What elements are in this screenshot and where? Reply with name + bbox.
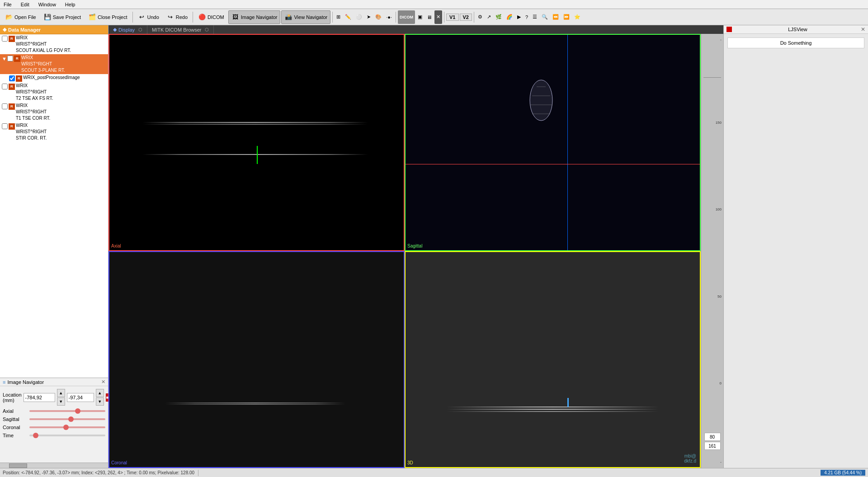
tree-checkbox-1[interactable] bbox=[2, 36, 8, 42]
menu-edit[interactable]: Edit bbox=[19, 1, 31, 8]
tree-expand-2[interactable]: ▼ bbox=[2, 56, 6, 62]
axial-content bbox=[109, 35, 404, 250]
tree-checkbox-4[interactable] bbox=[2, 84, 8, 89]
tree-item-4-l2: WRIST^RIGHT bbox=[16, 89, 53, 95]
extra-tool-6[interactable]: ? bbox=[524, 10, 530, 24]
box-tool[interactable]: ▣ bbox=[416, 10, 424, 24]
display-tab[interactable]: ◆ Display ⬡ bbox=[108, 25, 147, 34]
statusbar: Position: <-784.92, -97.36, -3.07> mm; I… bbox=[0, 468, 868, 477]
tree-area[interactable]: R WRIX WRIST^RIGHT SCOUT AXIAL LG FOV RT… bbox=[0, 34, 108, 378]
scroll-input-80[interactable] bbox=[704, 433, 721, 441]
tree-item-1[interactable]: R WRIX WRIST^RIGHT SCOUT AXIAL LG FOV RT… bbox=[0, 34, 108, 54]
extra-tool-11[interactable]: ⭐ bbox=[572, 10, 582, 24]
tree-checkbox-5[interactable] bbox=[2, 103, 8, 109]
v2-button[interactable]: V2 bbox=[460, 14, 472, 21]
axial-label: Axial bbox=[111, 243, 121, 248]
tree-icon-6: R bbox=[9, 123, 15, 130]
axial-slider[interactable] bbox=[29, 410, 105, 412]
dot-tool-button[interactable]: ·●· bbox=[384, 10, 394, 24]
ljsview-close[interactable]: ✕ bbox=[861, 26, 865, 33]
x-icon: ✕ bbox=[436, 14, 440, 20]
ljsview-red-indicator bbox=[726, 27, 732, 32]
dicom-sq-button[interactable]: DICOM bbox=[398, 10, 415, 24]
extra-tool-8[interactable]: 🔍 bbox=[540, 10, 550, 24]
tree-icon-2: R bbox=[14, 56, 20, 62]
vertical-scrollbar-area[interactable]: - 150 100 50 0 - bbox=[701, 34, 723, 468]
location-x-down[interactable]: ▼ bbox=[57, 398, 65, 406]
extra-tool-7[interactable]: ☰ bbox=[531, 10, 539, 24]
location-y-up[interactable]: ▲ bbox=[96, 389, 104, 397]
scroll-input-161[interactable] bbox=[704, 442, 721, 450]
undo-button[interactable]: ↩ Undo bbox=[135, 10, 162, 24]
extra-tool-4[interactable]: 🌈 bbox=[505, 10, 514, 24]
tree-item-5[interactable]: R WRIX WRIST^RIGHT T1 TSE COR RT. bbox=[0, 102, 108, 122]
nav-scroll-thumb[interactable] bbox=[9, 463, 27, 468]
cursor-tool-button[interactable]: ✏️ bbox=[343, 10, 353, 24]
extra-tool-5[interactable]: ▶ bbox=[515, 10, 523, 24]
tree-item-3[interactable]: R WRIX_postProcessedImage bbox=[0, 74, 108, 82]
tree-item-2[interactable]: ▼ R WRIX WRIST^RIGHT SCOUT 3-PLANE RT. bbox=[0, 54, 108, 74]
extra-tool-9[interactable]: ⏪ bbox=[551, 10, 561, 24]
nav-scrollbar[interactable] bbox=[0, 463, 108, 468]
image-navigator-close[interactable]: ✕ bbox=[101, 379, 105, 385]
extra-tool-2[interactable]: ↗ bbox=[485, 10, 493, 24]
extra-icon-7: ☰ bbox=[533, 14, 537, 20]
close-project-icon: 🗂️ bbox=[88, 13, 96, 21]
v1-button[interactable]: V1 bbox=[446, 14, 458, 21]
dicom-browser-tab[interactable]: MITK DICOM Browser ⬡ bbox=[147, 25, 214, 34]
tree-icon-1: R bbox=[9, 36, 15, 42]
tree-checkbox-2[interactable] bbox=[7, 56, 13, 61]
extra-tool-10[interactable]: ⏩ bbox=[561, 10, 571, 24]
monitor-tool[interactable]: 🖥 bbox=[425, 10, 434, 24]
tree-checkbox-3[interactable] bbox=[9, 75, 15, 81]
menu-help[interactable]: Help bbox=[63, 1, 77, 8]
dicom-browser-tab-maximize[interactable]: ⬡ bbox=[205, 27, 209, 32]
tree-item-2-l2: WRIST^RIGHT bbox=[21, 61, 65, 67]
save-project-button[interactable]: 💾 Save Project bbox=[40, 10, 84, 24]
redo-button[interactable]: ↪ Redo bbox=[163, 10, 191, 24]
scroll-tick-150: 150 bbox=[716, 121, 722, 125]
open-file-button[interactable]: 📂 Open File bbox=[2, 10, 39, 24]
tree-item-5-l1: WRIX bbox=[16, 103, 50, 109]
grid-tool-button[interactable]: ⊞ bbox=[335, 10, 342, 24]
sagittal-content bbox=[406, 35, 700, 250]
image-navigator-button[interactable]: 🖼 Image Navigator bbox=[228, 10, 281, 24]
extra-tool-1[interactable]: ⚙ bbox=[476, 10, 484, 24]
scroll-tick-50: 50 bbox=[717, 295, 722, 299]
x-tool[interactable]: ✕ bbox=[434, 10, 442, 24]
time-slider[interactable] bbox=[29, 435, 105, 436]
toolbar: 📂 Open File 💾 Save Project 🗂️ Close Proj… bbox=[0, 9, 868, 25]
viewport-3d[interactable]: mbi@dkfz.d 3D bbox=[405, 251, 701, 468]
scroll-minus-bottom: - bbox=[720, 460, 722, 464]
dicom-button[interactable]: 🔴 DICOM bbox=[195, 10, 227, 24]
display-tab-maximize[interactable]: ⬡ bbox=[138, 27, 142, 32]
viewport-sagittal[interactable]: Sagittal bbox=[405, 34, 701, 251]
scroll-inputs bbox=[701, 433, 723, 450]
do-something-button[interactable]: Do Something bbox=[727, 37, 864, 48]
sagittal-slider[interactable] bbox=[29, 418, 105, 420]
dot-icon: ·●· bbox=[386, 14, 392, 20]
close-project-button[interactable]: 🗂️ Close Project bbox=[85, 10, 130, 24]
sphere-tool-button[interactable]: ⚪ bbox=[354, 10, 364, 24]
display-tab-label: Display bbox=[118, 27, 135, 33]
coronal-slider[interactable] bbox=[29, 426, 105, 428]
menu-window[interactable]: Window bbox=[37, 1, 58, 8]
location-y-down[interactable]: ▼ bbox=[96, 398, 104, 406]
view-navigator-button[interactable]: 📸 View Navigator bbox=[281, 10, 330, 24]
color-tool-button[interactable]: 🎨 bbox=[373, 10, 383, 24]
location-x-up[interactable]: ▲ bbox=[57, 389, 65, 397]
viewport-axial[interactable]: Axial bbox=[108, 34, 405, 251]
color-icon: 🎨 bbox=[375, 14, 382, 20]
tree-checkbox-6[interactable] bbox=[2, 123, 8, 129]
menu-file[interactable]: File bbox=[2, 1, 14, 8]
time-label: Time bbox=[3, 433, 28, 438]
location-x-input[interactable] bbox=[24, 393, 55, 402]
axial-crosshair bbox=[257, 146, 258, 164]
extra-tool-3[interactable]: 🌿 bbox=[494, 10, 504, 24]
viewport-coronal[interactable]: Coronal bbox=[108, 251, 405, 468]
location-y-input[interactable] bbox=[67, 393, 94, 402]
arrow-tool-button[interactable]: ➤ bbox=[365, 10, 373, 24]
tree-item-4-content: WRIX WRIST^RIGHT T2 TSE AX FS RT. bbox=[16, 83, 53, 102]
tree-item-4[interactable]: R WRIX WRIST^RIGHT T2 TSE AX FS RT. bbox=[0, 82, 108, 102]
tree-item-6[interactable]: R WRIX WRIST^RIGHT STIR COR. RT. bbox=[0, 122, 108, 142]
